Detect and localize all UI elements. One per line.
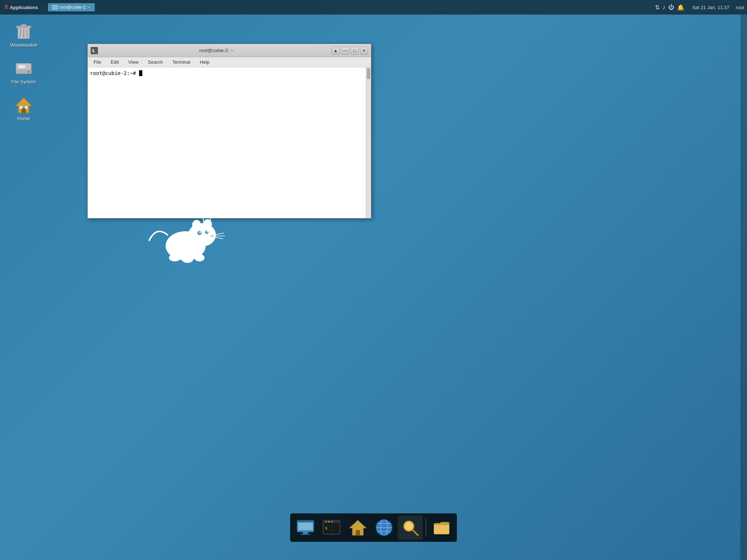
svg-line-25 — [214, 237, 223, 239]
svg-point-41 — [328, 521, 330, 522]
svg-point-40 — [325, 521, 327, 522]
home-folder-dock-icon — [348, 518, 367, 537]
scrollbar-thumb[interactable] — [367, 68, 370, 79]
browser-dock-icon — [375, 518, 394, 537]
search-dock-icon — [401, 518, 420, 537]
terminal-dock-icon: $ _ — [322, 518, 341, 537]
menu-edit[interactable]: Edit — [106, 59, 123, 66]
svg-point-9 — [27, 71, 29, 73]
applications-label[interactable]: Applications — [10, 5, 38, 10]
taskbar-bottom: $ _ — [290, 513, 457, 542]
menu-search[interactable]: Search — [143, 59, 167, 66]
x-logo: X — [4, 4, 8, 11]
svg-point-19 — [199, 232, 201, 233]
svg-point-22 — [210, 235, 214, 237]
svg-rect-35 — [298, 523, 313, 530]
svg-point-21 — [207, 231, 208, 232]
svg-point-17 — [203, 219, 212, 229]
svg-rect-2 — [21, 24, 26, 26]
clock: Sat 21 Jan, 11:37 — [689, 5, 733, 10]
svg-point-30 — [202, 216, 204, 218]
minimize-button[interactable]: — — [341, 47, 349, 55]
svg-point-16 — [192, 220, 201, 230]
svg-point-32 — [210, 216, 213, 218]
svg-rect-13 — [25, 106, 28, 109]
menu-view[interactable]: View — [124, 59, 143, 66]
taskbar-separator: : — [43, 4, 45, 11]
maximize-up-button[interactable]: ▲ — [332, 47, 340, 55]
svg-rect-45 — [356, 530, 360, 535]
svg-point-28 — [194, 254, 205, 261]
svg-line-54 — [412, 530, 418, 535]
svg-rect-12 — [20, 106, 23, 109]
terminal-cursor — [139, 70, 142, 76]
desktop-icons: Wastebasket File System — [7, 22, 40, 121]
terminal-content[interactable]: root@cubie-2:~# — [88, 67, 371, 218]
dock-show-desktop[interactable] — [293, 516, 318, 540]
dock-file-manager[interactable] — [429, 516, 454, 540]
home-label: Home — [17, 116, 30, 121]
svg-rect-34 — [297, 520, 314, 522]
right-sidebar — [740, 15, 747, 560]
dock-search[interactable] — [398, 516, 423, 540]
wastebasket-icon — [14, 22, 33, 41]
terminal-text[interactable]: root@cubie-2:~# — [88, 67, 366, 218]
svg-point-27 — [182, 256, 193, 263]
system-tray: ⇅ ♪ ⏻ 🔔 — [651, 4, 689, 11]
svg-point-53 — [405, 522, 412, 530]
xfce-mouse-mascot — [146, 215, 226, 267]
svg-rect-8 — [18, 65, 25, 68]
wastebasket-label: Wastebasket — [10, 42, 37, 48]
terminal-window: $_ root@cubie-2: ~ ▲ — □ ✕ File Edit Vie… — [87, 44, 371, 218]
restore-button[interactable]: □ — [351, 47, 359, 55]
terminal-titlebar: $_ root@cubie-2: ~ ▲ — □ ✕ — [88, 44, 371, 57]
svg-rect-37 — [301, 534, 310, 535]
dock-terminal[interactable]: $ _ — [319, 516, 344, 540]
window-icon — [52, 5, 58, 9]
svg-point-18 — [197, 231, 202, 235]
svg-point-42 — [331, 521, 333, 522]
filesystem-label: File System — [11, 79, 36, 84]
desktop-icon-filesystem[interactable]: File System — [7, 59, 40, 84]
svg-point-20 — [205, 230, 209, 234]
dock-separator — [426, 518, 426, 537]
power-icon[interactable]: ⏻ — [668, 4, 674, 11]
terminal-title: root@cubie-2: ~ — [101, 48, 332, 53]
window-button-label: root@cubie-2: ~ — [59, 5, 91, 10]
menu-help[interactable]: Help — [195, 59, 214, 66]
network-icon[interactable]: ⇅ — [655, 4, 660, 11]
username: root — [733, 5, 747, 10]
desktop-icon-home[interactable]: Home — [7, 95, 40, 121]
svg-rect-36 — [303, 532, 308, 534]
home-icon — [14, 95, 33, 114]
menu-file[interactable]: File — [89, 59, 106, 66]
svg-point-15 — [188, 223, 216, 247]
terminal-prompt: root@cubie-2:~# — [90, 70, 139, 76]
dock-home-folder[interactable] — [345, 516, 370, 540]
volume-icon[interactable]: ♪ — [663, 4, 665, 11]
close-button[interactable]: ✕ — [360, 47, 368, 55]
svg-text:$ _: $ _ — [325, 526, 332, 531]
file-manager-dock-icon — [432, 518, 451, 537]
taskbar-top: X Applications : root@cubie-2: ~ ⇅ ♪ ⏻ 🔔… — [0, 0, 747, 15]
desktop: X Applications : root@cubie-2: ~ ⇅ ♪ ⏻ 🔔… — [0, 0, 747, 560]
xfce-logo[interactable]: X Applications — [0, 4, 43, 11]
svg-line-29 — [203, 218, 204, 224]
window-controls: ▲ — □ ✕ — [332, 47, 368, 55]
filesystem-icon — [14, 59, 33, 78]
terminal-scrollbar[interactable] — [366, 67, 371, 218]
desktop-icon-wastebasket[interactable]: Wastebasket — [7, 22, 40, 48]
terminal-menubar: File Edit View Search Terminal Help — [88, 57, 371, 67]
window-taskbar-button[interactable]: root@cubie-2: ~ — [48, 3, 95, 11]
notification-icon[interactable]: 🔔 — [677, 4, 684, 11]
menu-terminal[interactable]: Terminal — [168, 59, 195, 66]
show-desktop-icon — [296, 518, 315, 537]
terminal-app-icon: $_ — [91, 47, 98, 54]
svg-point-26 — [169, 254, 181, 261]
dock-browser[interactable] — [372, 516, 396, 540]
